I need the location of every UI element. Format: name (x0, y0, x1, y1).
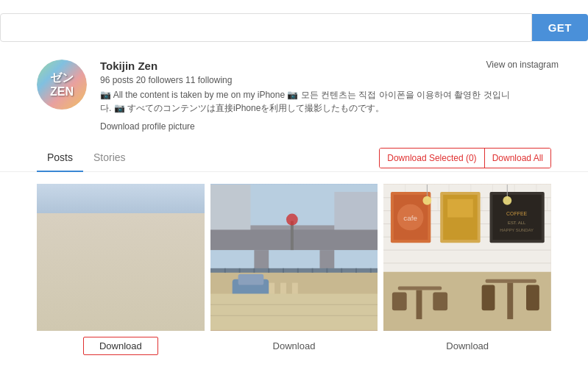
svg-rect-39 (210, 185, 250, 229)
svg-rect-2 (37, 185, 77, 330)
tab-posts[interactable]: Posts (37, 144, 83, 172)
svg-rect-18 (80, 228, 146, 301)
svg-rect-1 (37, 214, 205, 330)
svg-rect-6 (40, 235, 53, 254)
svg-rect-21 (117, 235, 128, 250)
svg-rect-100 (392, 293, 407, 311)
post-image-1 (37, 184, 205, 331)
post-item: Download (210, 184, 378, 355)
svg-rect-28 (146, 265, 148, 287)
svg-rect-7 (40, 257, 53, 276)
download-all-button[interactable]: Download All (484, 149, 550, 168)
profile-info: Tokijin Zen 96 posts 20 followers 11 fol… (100, 60, 559, 132)
get-button[interactable]: GET (532, 14, 588, 41)
svg-rect-20 (102, 235, 113, 250)
svg-text:EST. ALL: EST. ALL (508, 221, 526, 225)
svg-rect-98 (398, 287, 442, 290)
post-1-download-button[interactable]: Download (83, 337, 158, 355)
svg-rect-19 (88, 235, 99, 250)
svg-rect-102 (486, 279, 536, 283)
svg-rect-13 (56, 257, 69, 276)
svg-rect-14 (56, 279, 69, 298)
post-item: cafe COFFEE EST. ALL HAPPY SUNDAY (383, 184, 551, 355)
svg-rect-0 (37, 185, 205, 330)
svg-rect-4 (40, 192, 53, 210)
svg-point-27 (102, 249, 119, 263)
profile-stats: 96 posts 20 followers 11 following (100, 75, 559, 85)
svg-rect-101 (433, 293, 448, 311)
svg-rect-10 (56, 192, 69, 210)
svg-point-42 (286, 214, 298, 226)
svg-text:cafe: cafe (404, 215, 418, 223)
tabs-row: Posts Stories Download Selected (0) Down… (0, 144, 588, 172)
post-item: Download (37, 184, 205, 355)
search-input[interactable]: zen.tokujin (0, 13, 532, 42)
avatar-text: ゼンZEN (50, 71, 74, 99)
svg-rect-11 (56, 214, 69, 232)
svg-rect-103 (508, 283, 514, 319)
post-3-download-button[interactable]: Download (430, 337, 505, 355)
svg-rect-93 (493, 195, 542, 240)
svg-rect-105 (526, 285, 539, 311)
svg-text:HAPPY SUNDAY: HAPPY SUNDAY (500, 228, 534, 232)
svg-rect-40 (334, 192, 378, 229)
svg-point-109 (503, 196, 512, 205)
svg-rect-16 (77, 287, 204, 330)
svg-rect-26 (110, 257, 112, 287)
svg-text:COFFEE: COFFEE (506, 211, 527, 216)
svg-rect-3 (37, 185, 38, 330)
view-on-instagram-link[interactable]: View on instagram (486, 60, 559, 70)
svg-rect-15 (56, 301, 69, 319)
download-actions: Download Selected (0) Download All (379, 148, 551, 168)
posts-grid: Download (0, 172, 588, 355)
svg-rect-8 (40, 279, 53, 298)
svg-rect-104 (482, 285, 495, 311)
svg-point-107 (423, 196, 432, 205)
svg-rect-59 (210, 293, 378, 329)
tab-stories[interactable]: Stories (83, 144, 136, 172)
svg-rect-24 (117, 257, 128, 272)
svg-point-29 (140, 257, 155, 269)
download-selected-button[interactable]: Download Selected (0) (380, 149, 483, 168)
search-bar: zen.tokujin GET (0, 0, 588, 52)
svg-rect-25 (149, 243, 200, 301)
svg-rect-23 (102, 257, 113, 272)
post-2-download-button[interactable]: Download (257, 337, 332, 355)
post-image-3: cafe COFFEE EST. ALL HAPPY SUNDAY (383, 184, 551, 331)
svg-rect-5 (40, 214, 53, 232)
svg-rect-56 (238, 274, 263, 285)
svg-rect-91 (447, 199, 473, 218)
profile-section: ゼンZEN Tokijin Zen 96 posts 20 followers … (0, 52, 588, 140)
svg-rect-43 (210, 268, 378, 273)
avatar: ゼンZEN (37, 60, 87, 110)
svg-rect-22 (88, 257, 99, 272)
svg-rect-9 (40, 301, 53, 319)
svg-rect-12 (56, 235, 69, 254)
download-profile-link[interactable]: Download profile picture (100, 121, 195, 132)
svg-rect-17 (77, 301, 204, 304)
svg-rect-31 (210, 228, 378, 250)
post-image-2 (210, 184, 378, 331)
svg-rect-99 (417, 290, 422, 320)
tabs-left: Posts Stories (37, 144, 136, 171)
profile-bio: 📷 All the content is taken by me on my i… (100, 88, 512, 115)
